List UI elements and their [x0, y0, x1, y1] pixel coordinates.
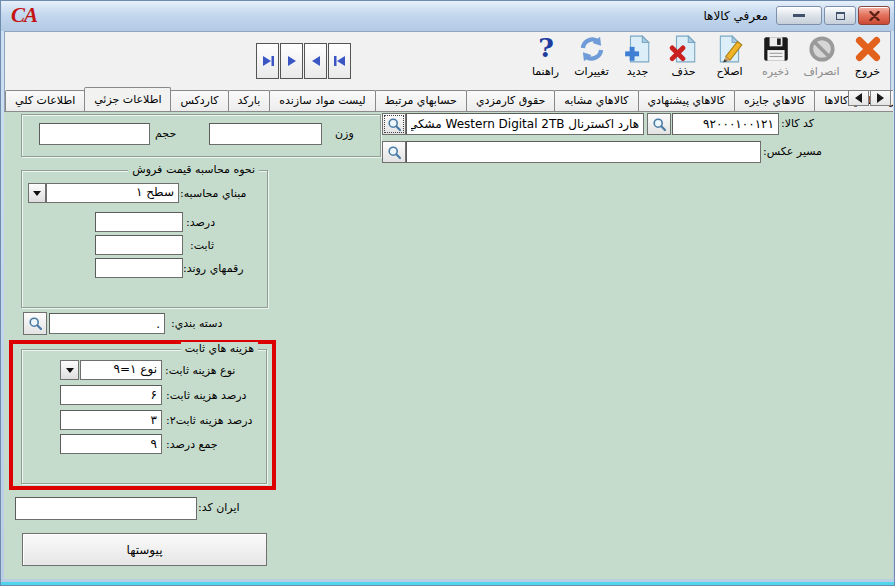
next-record-icon	[284, 53, 300, 69]
exit-icon	[853, 34, 883, 64]
restore-icon	[836, 12, 845, 20]
fixed-cost-percent2-label: درصد هزينه ثابت۲:	[166, 414, 252, 427]
total-percent-label: جمع درصد:	[166, 438, 218, 451]
percent-input[interactable]	[95, 212, 183, 232]
volume-input[interactable]	[39, 123, 150, 145]
tab-suggested-goods[interactable]: كالاهاي پيشنهادي	[638, 90, 736, 111]
product-code-search-button[interactable]	[647, 113, 671, 135]
titlebar: CA معرفي كالاها	[1, 1, 894, 31]
product-name-input[interactable]	[406, 113, 644, 135]
image-path-search-button[interactable]	[382, 141, 406, 163]
minimize-button[interactable]	[776, 6, 822, 25]
fixed-cost-percent-label: درصد هزينه ثابت:	[166, 389, 246, 402]
scroll-left-icon	[855, 93, 862, 103]
fixed-cost-type-label: نوع هزينه ثابت:	[165, 364, 235, 377]
product-name-search-button[interactable]	[382, 113, 406, 135]
fixed-cost-type-dropdown-button[interactable]	[60, 360, 79, 380]
help-button[interactable]: ? راهنما	[523, 33, 568, 87]
last-record-icon	[260, 53, 276, 69]
percent-label: درصد:	[186, 216, 215, 229]
chevron-down-icon	[66, 368, 74, 373]
next-record-button[interactable]	[280, 43, 303, 79]
tab-kardex[interactable]: كاردكس	[170, 90, 228, 111]
iran-code-label: ايران كد:	[198, 501, 240, 514]
weight-volume-group: وزن حجم	[21, 114, 381, 157]
delete-icon	[669, 34, 699, 64]
tab-general-info[interactable]: اطلاعات كلي	[5, 90, 85, 111]
tab-materials-list[interactable]: ليست مواد سازنده	[269, 90, 375, 111]
main-toolbar: خروج انصراف ذخيره اصلاح حذف جديد تغييرات…	[523, 33, 890, 87]
weight-label: وزن	[335, 127, 354, 140]
image-path-input[interactable]	[406, 141, 761, 163]
tab-bonus-goods[interactable]: كالاهاي جايزه	[734, 90, 815, 111]
cancel-button[interactable]: انصراف	[799, 33, 844, 87]
tab-detailed-info[interactable]: اطلاعات جزئي	[84, 87, 171, 111]
new-icon	[623, 34, 653, 64]
close-icon	[869, 11, 880, 21]
category-input[interactable]	[49, 313, 165, 334]
restore-button[interactable]	[824, 6, 856, 25]
tab-related-accounts[interactable]: حسابهاي مرتبط	[375, 90, 467, 111]
edit-icon	[715, 34, 745, 64]
search-icon	[387, 117, 402, 132]
tab-scroll-buttons	[848, 90, 891, 106]
search-icon	[652, 117, 667, 132]
first-record-icon	[332, 53, 348, 69]
round-digits-label: رقمهاي روند:	[183, 262, 244, 275]
app-window: CA معرفي كالاها خروج انصراف	[0, 0, 895, 586]
scroll-right-icon	[877, 93, 884, 103]
image-path-label: مسير عكس:	[763, 145, 822, 158]
iran-code-input[interactable]	[15, 497, 197, 520]
save-icon	[761, 34, 791, 64]
previous-record-button[interactable]	[304, 43, 327, 79]
category-search-button[interactable]	[23, 312, 47, 335]
new-button[interactable]: جديد	[615, 33, 660, 87]
minimize-icon	[793, 14, 805, 17]
window-title: معرفي كالاها	[703, 9, 768, 23]
category-label: دسته بندي:	[171, 317, 222, 330]
svg-text:?: ?	[538, 34, 554, 63]
fixed-label: ثابت:	[190, 239, 214, 252]
fixed-costs-group: هزينه هاي ثابت نوع هزينه ثابت: نوع ۱=۹ د…	[21, 349, 267, 484]
round-digits-input[interactable]	[95, 258, 183, 278]
attachments-button[interactable]: پيوستها	[22, 533, 267, 566]
calc-basis-combobox[interactable]: سطح ۱	[46, 183, 179, 203]
save-button[interactable]: ذخيره	[753, 33, 798, 87]
exit-button[interactable]: خروج	[845, 33, 890, 87]
tab-similar-goods[interactable]: كالاهاي مشابه	[554, 90, 638, 111]
last-record-button[interactable]	[256, 43, 279, 79]
chevron-down-icon	[33, 191, 41, 196]
tab-scroll-left-button[interactable]	[848, 90, 869, 106]
fixed-input[interactable]	[95, 235, 183, 255]
record-navigation	[256, 43, 351, 79]
ca-logo: CA	[11, 3, 37, 28]
price-calculation-group-title: نحوه محاسبه قيمت فروش	[128, 163, 259, 176]
product-code-label: كد كالا:	[781, 117, 814, 130]
previous-record-icon	[308, 53, 324, 69]
volume-label: حجم	[155, 127, 176, 140]
total-percent-input[interactable]	[60, 434, 162, 454]
search-icon	[387, 145, 402, 160]
changes-button[interactable]: تغييرات	[569, 33, 614, 87]
tab-barcode[interactable]: باركد	[228, 90, 271, 111]
close-button[interactable]	[858, 6, 890, 25]
help-icon: ?	[531, 34, 561, 64]
edit-button[interactable]: اصلاح	[707, 33, 752, 87]
tab-commission-rights[interactable]: حقوق كارمزدي	[466, 90, 555, 111]
tab-strip: اطلاعات كلي اطلاعات جزئي كاردكس باركد لي…	[4, 87, 893, 111]
tab-scroll-right-button[interactable]	[870, 90, 891, 106]
fixed-costs-group-title: هزينه هاي ثابت	[181, 342, 258, 355]
calc-basis-label: مبناي محاسبه:	[180, 187, 246, 200]
product-code-input[interactable]	[672, 113, 779, 135]
first-record-button[interactable]	[328, 43, 351, 79]
price-calculation-group: نحوه محاسبه قيمت فروش مبناي محاسبه: سطح …	[21, 170, 268, 308]
calc-basis-dropdown-button[interactable]	[28, 183, 46, 203]
bottom-edge-strip	[1, 582, 894, 585]
cancel-icon	[807, 34, 837, 64]
delete-button[interactable]: حذف	[661, 33, 706, 87]
weight-input[interactable]	[209, 123, 322, 145]
search-icon	[28, 316, 43, 331]
fixed-cost-percent-input[interactable]	[60, 385, 162, 405]
fixed-cost-type-combobox[interactable]: نوع ۱=۹	[80, 360, 162, 380]
fixed-cost-percent2-input[interactable]	[60, 410, 162, 430]
